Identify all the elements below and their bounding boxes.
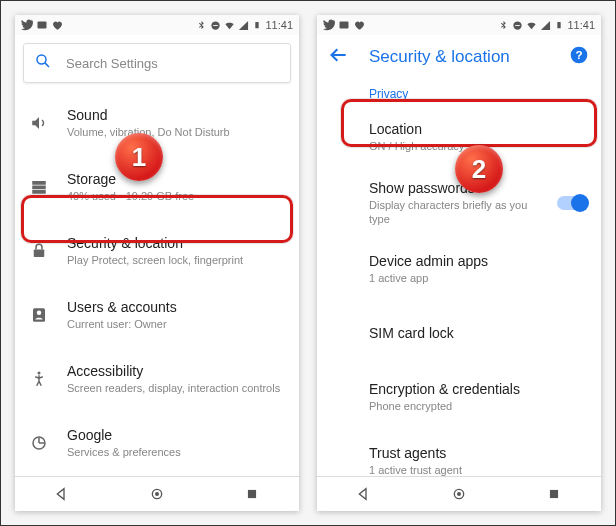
nav-back-icon[interactable] (355, 485, 373, 503)
row-title: Google (67, 426, 285, 444)
battery-icon (251, 19, 263, 31)
page-title: Security & location (369, 47, 549, 67)
svg-point-12 (38, 372, 41, 375)
nav-home-icon[interactable] (450, 485, 468, 503)
svg-point-29 (457, 492, 461, 496)
sound-icon (29, 114, 49, 132)
heart-icon (51, 19, 63, 31)
bluetooth-icon (195, 19, 207, 31)
svg-rect-0 (38, 22, 47, 29)
svg-rect-25 (558, 22, 561, 28)
row-sub: 40% used - 19.29 GB free (67, 189, 285, 203)
svg-rect-6 (32, 181, 46, 185)
nav-back-icon[interactable] (53, 485, 71, 503)
nav-recent-icon[interactable] (243, 485, 261, 503)
row-title: Location (369, 120, 587, 138)
svg-rect-9 (34, 250, 45, 258)
search-icon (34, 52, 52, 74)
row-sim-lock[interactable]: SIM card lock (317, 301, 601, 365)
row-trust-agents[interactable]: Trust agents1 active trust agent (317, 429, 601, 476)
back-arrow-icon[interactable] (329, 45, 349, 69)
row-title: Device admin apps (369, 252, 587, 270)
clock-text: 11:41 (567, 19, 595, 31)
svg-rect-21 (248, 490, 256, 498)
svg-point-20 (155, 492, 159, 496)
search-placeholder: Search Settings (66, 56, 158, 71)
row-title: Storage (67, 170, 285, 188)
row-title: Accessibility (67, 362, 285, 380)
phone-left: 11:41 Search Settings SoundVolume, vibra… (15, 15, 299, 511)
signal-icon (237, 19, 249, 31)
annotation-bubble-1: 1 (115, 133, 163, 181)
svg-rect-3 (256, 22, 259, 28)
google-icon (29, 434, 49, 452)
toggle-switch[interactable] (557, 196, 587, 210)
lock-icon (29, 242, 49, 260)
nav-bar (15, 476, 299, 511)
clock-text: 11:41 (265, 19, 293, 31)
svg-text:?: ? (575, 48, 582, 61)
accessibility-icon (29, 370, 49, 388)
row-title: Security & location (67, 234, 285, 252)
row-sub: Volume, vibration, Do Not Disturb (67, 125, 285, 139)
row-title: Encryption & credentials (369, 380, 587, 398)
bluetooth-icon (497, 19, 509, 31)
row-google[interactable]: GoogleServices & preferences (15, 411, 299, 475)
row-title: SIM card lock (369, 324, 587, 342)
dnd-icon (511, 19, 523, 31)
signal-icon (539, 19, 551, 31)
search-bar[interactable]: Search Settings (23, 43, 291, 83)
title-bar: Security & location ? (317, 35, 601, 79)
row-sub: Current user: Owner (67, 317, 285, 331)
twitter-icon (323, 19, 335, 31)
image-icon (338, 19, 350, 31)
row-sub: Display characters briefly as you type (369, 198, 539, 227)
row-title: Users & accounts (67, 298, 285, 316)
row-accessibility[interactable]: AccessibilityScreen readers, display, in… (15, 347, 299, 411)
svg-rect-24 (515, 25, 520, 26)
row-users[interactable]: Users & accountsCurrent user: Owner (15, 283, 299, 347)
row-sub: 1 active app (369, 271, 587, 285)
user-icon (29, 306, 49, 324)
svg-line-5 (45, 63, 49, 67)
annotation-bubble-2: 2 (455, 145, 503, 193)
storage-icon (29, 178, 49, 196)
row-sub: Play Protect, screen lock, fingerprint (67, 253, 285, 267)
nav-recent-icon[interactable] (545, 485, 563, 503)
svg-rect-8 (32, 190, 46, 194)
image-icon (36, 19, 48, 31)
status-bar: 11:41 (317, 15, 601, 35)
status-bar: 11:41 (15, 15, 299, 35)
svg-point-11 (37, 311, 42, 316)
svg-rect-2 (213, 25, 218, 26)
battery-icon (553, 19, 565, 31)
row-title: Trust agents (369, 444, 587, 462)
phone-right: 11:41 Security & location ? Privacy Loca… (317, 15, 601, 511)
dnd-icon (209, 19, 221, 31)
svg-rect-30 (550, 490, 558, 498)
nav-bar (317, 476, 601, 511)
wifi-icon (525, 19, 537, 31)
row-sub: Services & preferences (67, 445, 285, 459)
section-privacy: Privacy (317, 79, 601, 105)
nav-home-icon[interactable] (148, 485, 166, 503)
row-sub: 1 active trust agent (369, 463, 587, 476)
twitter-icon (21, 19, 33, 31)
row-sub: Phone encrypted (369, 399, 587, 413)
svg-rect-7 (32, 186, 46, 190)
heart-icon (353, 19, 365, 31)
row-title: Show passwords (369, 179, 539, 197)
help-icon[interactable]: ? (569, 45, 589, 69)
row-sub: Screen readers, display, interaction con… (67, 381, 285, 395)
svg-point-4 (37, 55, 46, 64)
row-security[interactable]: Security & locationPlay Protect, screen … (15, 219, 299, 283)
row-device-admin[interactable]: Device admin apps1 active app (317, 237, 601, 301)
row-title: Sound (67, 106, 285, 124)
row-encryption[interactable]: Encryption & credentialsPhone encrypted (317, 365, 601, 429)
wifi-icon (223, 19, 235, 31)
svg-rect-22 (340, 22, 349, 29)
